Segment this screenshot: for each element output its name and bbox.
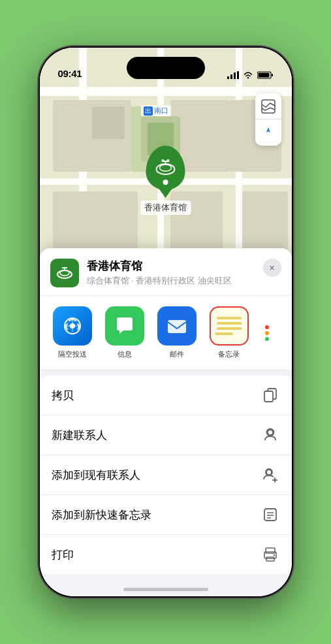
svg-rect-1 xyxy=(230,74,232,79)
new-contact-svg xyxy=(262,427,278,443)
dynamic-island xyxy=(127,57,205,79)
phone-screen: 09:41 xyxy=(40,48,292,596)
pin-dot xyxy=(163,180,168,185)
add-note-svg xyxy=(262,507,278,523)
svg-point-25 xyxy=(160,165,172,171)
map-type-button[interactable] xyxy=(255,93,281,120)
svg-rect-17 xyxy=(53,191,138,250)
location-icon xyxy=(262,126,275,139)
messages-svg xyxy=(113,314,136,338)
action-new-contact[interactable]: 新建联系人 xyxy=(40,415,292,455)
mail-label: 邮件 xyxy=(170,349,184,359)
svg-rect-15 xyxy=(92,106,125,139)
svg-point-40 xyxy=(268,430,273,435)
copy-label: 拷贝 xyxy=(52,388,74,403)
app-item-mail[interactable]: 邮件 xyxy=(155,306,199,359)
messages-label: 信息 xyxy=(118,349,132,359)
apps-row: 隔空投送 信息 xyxy=(40,296,292,370)
dot-orange xyxy=(265,331,269,335)
notes-label: 备忘录 xyxy=(218,349,240,359)
svg-rect-20 xyxy=(242,191,288,250)
app-item-airdrop[interactable]: 隔空投送 xyxy=(50,306,95,359)
venue-info: 香港体育馆 综合体育馆 · 香港特别行政区 油尖旺区 xyxy=(87,259,255,287)
svg-rect-28 xyxy=(162,159,165,162)
location-pin: 香港体育馆 xyxy=(140,146,191,215)
notes-line-2 xyxy=(217,322,242,325)
stadium-icon xyxy=(154,156,178,180)
add-contact-icon xyxy=(260,465,280,485)
copy-svg xyxy=(262,387,278,403)
dot-green xyxy=(265,337,269,341)
home-indicator xyxy=(123,588,208,591)
airdrop-icon xyxy=(53,306,92,346)
mail-svg xyxy=(165,314,189,338)
notes-line-1 xyxy=(217,317,242,319)
svg-rect-8 xyxy=(40,87,292,96)
phone-frame: 09:41 xyxy=(39,46,293,598)
svg-rect-39 xyxy=(264,391,273,402)
add-note-label: 添加到新快速备忘录 xyxy=(52,507,151,523)
exit-name: 南口 xyxy=(154,106,168,116)
venue-name: 香港体育馆 xyxy=(87,259,255,274)
svg-rect-52 xyxy=(266,557,274,561)
battery-icon xyxy=(257,71,274,79)
venue-stadium-icon xyxy=(55,264,74,282)
print-svg xyxy=(262,547,278,562)
status-icons xyxy=(227,71,274,79)
svg-rect-37 xyxy=(168,320,186,333)
mail-icon xyxy=(157,306,197,346)
venue-header: 香港体育馆 综合体育馆 · 香港特别行政区 油尖旺区 × xyxy=(40,248,292,296)
location-button[interactable] xyxy=(255,120,281,146)
notes-line-3 xyxy=(217,327,242,330)
action-copy[interactable]: 拷贝 xyxy=(40,376,292,415)
notes-icon xyxy=(210,306,249,346)
dot-red xyxy=(265,325,269,329)
new-contact-icon xyxy=(260,425,280,445)
venue-description: 综合体育馆 · 香港特别行政区 油尖旺区 xyxy=(87,275,255,287)
print-label: 打印 xyxy=(52,547,74,562)
svg-point-32 xyxy=(60,270,69,276)
svg-point-53 xyxy=(273,555,274,556)
svg-rect-29 xyxy=(167,159,170,162)
svg-rect-6 xyxy=(258,73,269,78)
messages-icon xyxy=(105,306,144,346)
action-list: 拷贝 新建联系人 xyxy=(40,376,292,574)
bottom-sheet: 香港体育馆 综合体育馆 · 香港特别行政区 油尖旺区 × xyxy=(40,248,292,596)
add-contact-svg xyxy=(262,467,278,483)
svg-point-24 xyxy=(157,164,175,174)
venue-icon xyxy=(50,259,79,287)
add-note-icon xyxy=(260,505,280,524)
svg-rect-2 xyxy=(234,72,236,79)
svg-rect-30 xyxy=(262,100,275,113)
action-add-note[interactable]: 添加到新快速备忘录 xyxy=(40,495,292,535)
svg-rect-46 xyxy=(264,509,276,521)
notes-line-4 xyxy=(215,332,233,335)
wifi-icon xyxy=(243,71,253,79)
airdrop-svg xyxy=(61,315,84,337)
action-print[interactable]: 打印 xyxy=(40,535,292,574)
new-contact-label: 新建联系人 xyxy=(52,428,107,443)
copy-icon xyxy=(260,385,280,405)
action-add-contact[interactable]: 添加到现有联系人 xyxy=(40,455,292,495)
map-type-icon xyxy=(261,99,276,114)
add-contact-label: 添加到现有联系人 xyxy=(52,468,140,483)
more-apps[interactable] xyxy=(259,325,275,341)
app-item-messages[interactable]: 信息 xyxy=(102,306,147,359)
pin-label: 香港体育馆 xyxy=(140,201,191,215)
more-dots xyxy=(265,325,269,341)
svg-rect-3 xyxy=(237,71,239,79)
svg-rect-5 xyxy=(272,74,273,76)
signal-icon xyxy=(227,71,239,79)
app-item-notes[interactable]: 备忘录 xyxy=(207,306,251,359)
svg-point-36 xyxy=(70,323,75,329)
pin-icon-bg xyxy=(146,146,185,190)
exit-prefix: 出 xyxy=(144,106,153,116)
svg-point-42 xyxy=(266,470,272,475)
print-icon xyxy=(260,545,280,564)
close-button[interactable]: × xyxy=(263,259,281,277)
map-controls[interactable] xyxy=(255,93,281,146)
status-time: 09:41 xyxy=(58,68,82,79)
airdrop-label: 隔空投送 xyxy=(58,349,87,359)
svg-rect-0 xyxy=(227,76,229,79)
svg-point-31 xyxy=(57,270,72,278)
